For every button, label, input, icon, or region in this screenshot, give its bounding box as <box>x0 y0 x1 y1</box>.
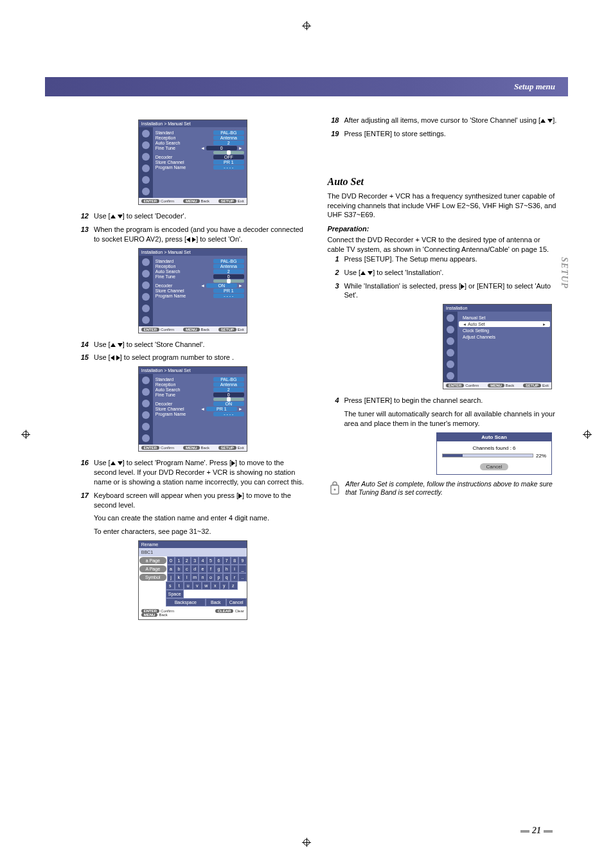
key-a: a <box>167 565 175 573</box>
step-17-sub2: To enter characters, see page 31~32. <box>94 527 308 536</box>
key-_: _ <box>238 565 246 573</box>
svg-point-1 <box>333 488 335 490</box>
inst-auto-set: Auto Set <box>459 321 550 327</box>
key-r: r <box>231 573 238 581</box>
step-17-sub1: You can create the station name and ente… <box>94 513 308 523</box>
key-t: t <box>175 581 184 590</box>
page-number: 21 <box>518 826 555 836</box>
osd-manual-set-1: Installation > Manual Set StandardPAL-BG… <box>138 120 247 205</box>
osd-store-label: Store Channel <box>155 160 213 164</box>
step-12: 12Use [ ] to select 'Decoder'. <box>77 211 308 221</box>
key-9: 9 <box>238 556 246 565</box>
inst-adjust-channels: Adjust Channels <box>459 334 550 340</box>
page-content: Installation > Manual Set StandardPAL-BG… <box>77 116 558 624</box>
osd-category-icons <box>139 127 153 198</box>
osd-autosearch-value: 2 <box>213 141 244 145</box>
key-n: n <box>199 573 206 581</box>
osd-store-value: PR 1 <box>213 160 244 164</box>
note-text: After Auto Set is complete, follow the i… <box>346 480 559 497</box>
key-l: l <box>183 573 191 581</box>
preparation-title: Preparation: <box>328 225 559 233</box>
autoscan-percent: 22% <box>536 453 546 459</box>
rename-A-page: A Page <box>139 565 166 572</box>
osd-finetune-value: 0 <box>206 146 237 150</box>
osd-finetune-label: Fine Tune <box>155 146 199 150</box>
key-h: h <box>223 565 231 573</box>
osd-rename-keyboard: Rename BBC1 a Page 0123456789 A Page abc… <box>138 540 247 620</box>
osd-decoder-label: Decoder <box>155 155 213 159</box>
key-s: s <box>166 581 175 590</box>
key-q: q <box>223 573 231 581</box>
step-18: 18After adjusting all items, move cursor… <box>328 116 559 125</box>
key-w: w <box>202 581 211 590</box>
autoset-step-4-sub: The tuner will automatically search for … <box>344 409 559 429</box>
key-back: Back <box>206 598 226 607</box>
key-3: 3 <box>191 556 199 565</box>
key-6: 6 <box>215 556 222 565</box>
step-13: 13When the program is encoded (and you h… <box>77 225 308 244</box>
key-y: y <box>220 581 229 590</box>
osd-autosearch-label: Auto Search <box>155 141 213 145</box>
key-5: 5 <box>207 556 215 565</box>
key-8: 8 <box>231 556 238 565</box>
left-column: Installation > Manual Set StandardPAL-BG… <box>77 116 308 624</box>
osd-pname-label: Program Name <box>155 165 213 170</box>
autoset-step-1: 1Press [SETUP]. The Setup menu appears. <box>328 254 559 264</box>
step-15: 15Use [ ] to select program number to st… <box>77 353 308 362</box>
autoscan-cancel-button: Cancel <box>480 463 509 470</box>
step-14: 14Use [ ] to select 'Store Channel'. <box>77 340 308 350</box>
key-j: j <box>167 573 175 581</box>
key-v: v <box>193 581 202 590</box>
key-o: o <box>207 573 215 581</box>
autoset-step-3: 3While 'Installation' is selected, press… <box>328 281 559 301</box>
key-b: b <box>175 565 182 573</box>
right-column: 18After adjusting all items, move cursor… <box>328 116 559 624</box>
key-f: f <box>207 565 215 573</box>
key-d: d <box>191 565 199 573</box>
key-Space: Space <box>166 590 184 598</box>
autoscan-title: Auto Scan <box>437 433 551 441</box>
key-i: i <box>231 565 238 573</box>
osd-finetune-slider <box>213 151 244 154</box>
osd-auto-scan: Auto Scan Channels found : 6 22% Cancel <box>436 432 552 475</box>
header-title: Setup menu <box>514 82 555 92</box>
key-backspace: Backspace <box>166 598 206 607</box>
rename-symbol: Symbol <box>139 574 166 581</box>
note-icon <box>328 480 342 497</box>
osd-reception-label: Reception <box>155 136 213 140</box>
header-bar: Setup menu <box>45 77 568 96</box>
osd-pname-value: - - - - <box>213 165 244 170</box>
rename-a-page: a Page <box>139 557 166 564</box>
step-16: 16Use [ ] to select 'Program Name'. Pres… <box>77 458 308 487</box>
key-..: .. <box>238 573 246 581</box>
key-c: c <box>183 565 191 573</box>
key-p: p <box>215 573 222 581</box>
key-z: z <box>229 581 238 590</box>
key-7: 7 <box>223 556 231 565</box>
key-0: 0 <box>167 556 175 565</box>
inst-manual-set: Manual Set <box>459 315 550 321</box>
autoscan-progress-bar <box>442 454 533 457</box>
key-1: 1 <box>175 556 182 565</box>
inst-clock-setting: Clock Setting <box>459 328 550 333</box>
autoset-step-2: 2Use [ ] to select 'Installation'. <box>328 268 559 278</box>
osd-footer: ENTERConfirm MENUBack SETUPExit <box>139 198 247 204</box>
rename-footer: ENTERConfirmMENUBack CLEARClear <box>139 607 247 619</box>
key-k: k <box>175 573 182 581</box>
key-x: x <box>211 581 220 590</box>
osd-standard-value: PAL-BG <box>213 130 244 135</box>
osd-reception-value: Antenna <box>213 136 244 140</box>
key-e: e <box>199 565 206 573</box>
osd-standard-label: Standard <box>155 130 213 135</box>
osd-installation-menu: Installation Manual Set Auto Set Clock S… <box>443 304 552 389</box>
osd-manual-set-3: Installation > Manual Set StandardPAL-BG… <box>138 366 247 452</box>
autoset-step-4: 4Press [ENTER] to begin the channel sear… <box>328 396 559 405</box>
key-4: 4 <box>199 556 206 565</box>
step-17: 17Keyboard screen will appear when you p… <box>77 491 308 510</box>
side-tab: SETUP <box>559 257 569 288</box>
step-19: 19Press [ENTER] to store settings. <box>328 129 559 139</box>
osd-decoder-value: OFF <box>213 155 244 159</box>
autoset-intro: The DVD Recorder + VCR has a frequency s… <box>328 191 559 220</box>
autoscan-channels-found: Channels found : 6 <box>442 445 546 451</box>
rename-field: BBC1 <box>139 548 247 556</box>
